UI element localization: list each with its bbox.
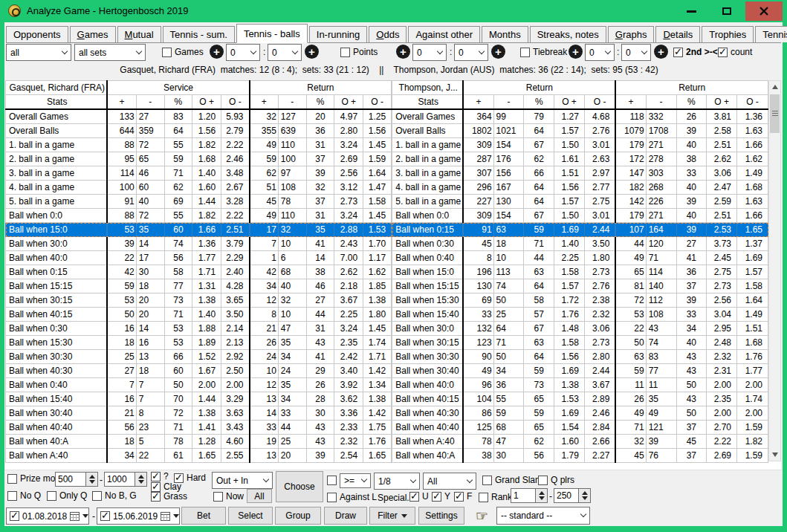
right-row-ball-when-40-a[interactable]: Ball when 40:A3830561.792.274576372.691.…: [392, 449, 768, 463]
tiebreak-score2-select[interactable]: 0: [621, 44, 651, 61]
only-q-checkbox[interactable]: Only Q: [47, 490, 87, 501]
left-row-overall-balls[interactable]: Overall Balls644359641.562.79355639362.8…: [6, 124, 392, 138]
left-row-ball-when-40-15[interactable]: Ball when 40:155020711.403.50810442.251.…: [6, 308, 392, 322]
right-row-5-ball-in-a-game[interactable]: 5. ball in a game227130641.572.751422263…: [392, 195, 768, 209]
spinner-arrows-icon[interactable]: [135, 472, 147, 487]
maximize-button[interactable]: [710, 1, 744, 21]
grand-slam-checkbox[interactable]: Grand Slam: [482, 475, 543, 485]
left-row-ball-when-30-0[interactable]: Ball when 30:03914741.363.79710412.431.7…: [6, 237, 392, 251]
tab-opponents[interactable]: Opponents: [6, 26, 68, 42]
tab-streaks-notes[interactable]: Streaks, notes: [530, 26, 606, 42]
rank-min-spinner[interactable]: 1: [511, 488, 548, 503]
date-from-field[interactable]: 01.08.2018: [6, 507, 89, 525]
left-row-ball-when-40-40[interactable]: Ball when 40:405623711.413.433344432.331…: [6, 421, 392, 435]
points-add-left-button[interactable]: [396, 45, 410, 59]
close-button[interactable]: [745, 1, 783, 21]
tiebreak-add-left-button[interactable]: [569, 45, 583, 59]
all-button[interactable]: All: [247, 489, 272, 503]
points-score1-select[interactable]: 0: [412, 44, 447, 61]
left-row-5-ball-in-a-game[interactable]: 5. ball in a game9140691.443.284578372.7…: [6, 195, 392, 209]
no-bg-checkbox[interactable]: No B, G: [92, 490, 137, 501]
rank-checkbox[interactable]: Rank.: [479, 492, 514, 502]
right-row-1-ball-in-a-game[interactable]: 1. ball in a game309154671.503.011792714…: [392, 138, 768, 152]
right-row-ball-when-40-30[interactable]: Ball when 40:308659591.692.464949502.002…: [392, 406, 768, 421]
left-row-ball-when-15-40[interactable]: Ball when 15:40167701.443.291334283.621.…: [6, 392, 392, 406]
left-row-ball-when-40-0[interactable]: Ball when 40:02217561.772.2916147.001.17: [6, 251, 392, 265]
games-add-left-button[interactable]: [210, 45, 224, 59]
right-row-ball-when-15-40[interactable]: Ball when 15:403325571.762.3253108333.04…: [392, 308, 768, 322]
round-select[interactable]: 1/8: [374, 473, 420, 490]
right-row-ball-when-40-15[interactable]: Ball when 40:1510455651.532.892635432.35…: [392, 392, 768, 406]
right-row-ball-when-0-40[interactable]: Ball when 0:40810442.251.804971412.451.6…: [392, 251, 768, 265]
scrollbar-thumb[interactable]: [770, 94, 780, 133]
round-all-select[interactable]: All: [423, 473, 476, 490]
compare-checkbox[interactable]: [327, 476, 337, 485]
group-button[interactable]: Group: [275, 507, 321, 525]
second-serve-checkbox[interactable]: 2nd >-<: [673, 47, 718, 57]
sets-select[interactable]: all sets: [74, 44, 146, 61]
right-row-ball-when-0-15[interactable]: Ball when 0:159163591.692.44107164392.53…: [392, 223, 768, 237]
left-row-ball-when-0-0[interactable]: Ball when 0:08872551.822.2249110313.241.…: [6, 209, 392, 223]
right-row-ball-when-40-0[interactable]: Ball when 40:09636731.383.671111502.002.…: [392, 378, 768, 392]
right-row-3-ball-in-a-game[interactable]: 3. ball in a game307156661.512.971473033…: [392, 166, 768, 181]
left-row-ball-when-30-15[interactable]: Ball when 30:155320731.383.651232273.671…: [6, 293, 392, 308]
special-f-checkbox[interactable]: F: [454, 491, 472, 502]
tiebreak-add-right-button[interactable]: [654, 45, 668, 59]
games-score2-select[interactable]: 0: [268, 44, 302, 61]
draw-button[interactable]: Draw: [324, 507, 367, 525]
left-row-4-ball-in-a-game[interactable]: 4. ball in a game10060621.602.6751108323…: [6, 181, 392, 195]
games-checkbox[interactable]: Games: [162, 47, 204, 57]
points-add-right-button[interactable]: [491, 45, 505, 59]
right-row-4-ball-in-a-game[interactable]: 4. ball in a game296167641.562.771822684…: [392, 181, 768, 195]
spinner-arrows-icon[interactable]: [579, 488, 591, 503]
grass-checkbox[interactable]: Grass: [151, 491, 187, 502]
tab-tennis-det[interactable]: Tennis - det.: [755, 26, 787, 42]
left-row-1-ball-in-a-game[interactable]: 1. ball in a game8872551.822.2249110313.…: [6, 138, 392, 152]
left-row-3-ball-in-a-game[interactable]: 3. ball in a game11446711.403.486297392.…: [6, 166, 392, 181]
tab-mutual[interactable]: Mutual: [117, 26, 161, 42]
prize-max-spinner[interactable]: 1000: [104, 472, 147, 487]
games-score1-select[interactable]: 0: [226, 44, 260, 61]
right-row-ball-when-15-15[interactable]: Ball when 15:1513074641.572.7681140372.7…: [392, 279, 768, 293]
settings-button[interactable]: Settings: [418, 507, 464, 525]
tab-tennis-sum[interactable]: Tennis - sum.: [163, 26, 235, 42]
left-row-ball-when-0-15[interactable]: Ball when 0:154230581.712.404268382.621.…: [6, 265, 392, 279]
tab-trophies[interactable]: Trophies: [702, 26, 754, 42]
left-row-ball-when-15-0[interactable]: Ball when 15:05335601.662.511732352.881.…: [6, 223, 392, 237]
vertical-scrollbar[interactable]: [768, 80, 781, 461]
indoor-outdoor-select[interactable]: Out + In: [212, 472, 273, 489]
against-l-checkbox[interactable]: Against L: [327, 492, 377, 502]
scroll-down-button[interactable]: [769, 449, 780, 461]
tab-tennis-balls[interactable]: Tennis - balls: [236, 24, 308, 43]
left-row-ball-when-40-30[interactable]: Ball when 40:302718601.672.501024293.401…: [6, 364, 392, 378]
minimize-button[interactable]: [674, 1, 708, 21]
right-row-ball-when-30-15[interactable]: Ball when 30:1512371631.582.735074402.48…: [392, 336, 768, 350]
filter-button[interactable]: Filter: [369, 507, 415, 525]
right-row-ball-when-0-0[interactable]: Ball when 0:0309154671.503.01179271402.5…: [392, 209, 768, 223]
special-u-checkbox[interactable]: U: [409, 491, 429, 502]
tournament-select[interactable]: all: [6, 44, 71, 61]
left-row-ball-when-0-40[interactable]: Ball when 0:4077502.002.001235263.921.34: [6, 378, 392, 392]
right-row-ball-when-0-30[interactable]: Ball when 0:304518711.403.5044120273.731…: [392, 237, 768, 251]
right-row-ball-when-40-40[interactable]: Ball when 40:4012568651.542.8471121372.7…: [392, 421, 768, 435]
select-button[interactable]: Select: [228, 507, 273, 525]
left-row-ball-when-30-30[interactable]: Ball when 30:302513661.522.922434412.421…: [6, 350, 392, 364]
left-row-ball-when-15-30[interactable]: Ball when 15:301816531.892.132635432.351…: [6, 336, 392, 350]
right-row-ball-when-a-40[interactable]: Ball when A:407847621.602.663239452.221.…: [392, 435, 768, 449]
spinner-arrows-icon[interactable]: [86, 472, 98, 487]
count-checkbox[interactable]: count: [718, 47, 752, 57]
right-row-ball-when-15-0[interactable]: Ball when 15:0196113631.582.7365114362.7…: [392, 265, 768, 279]
tiebreak-score1-select[interactable]: 0: [585, 44, 615, 61]
tab-details[interactable]: Details: [655, 26, 700, 42]
scroll-up-button[interactable]: [769, 81, 780, 93]
preset-select[interactable]: -- standard --: [496, 507, 590, 525]
right-row-overall-balls[interactable]: Overall Balls18021021641.572.76107917083…: [392, 124, 768, 138]
q-plrs-checkbox[interactable]: Q plrs: [538, 475, 574, 485]
right-row-2-ball-in-a-game[interactable]: 2. ball in a game287176621.612.631722783…: [392, 152, 768, 166]
bet-button[interactable]: Bet: [181, 507, 226, 525]
left-row-2-ball-in-a-game[interactable]: 2. ball in a game9565591.682.4659100372.…: [6, 152, 392, 166]
tab-in-running[interactable]: In-running: [309, 26, 368, 42]
left-row-ball-when-a-40[interactable]: Ball when A:403422611.652.551320392.541.…: [6, 449, 392, 463]
points-checkbox[interactable]: Points: [340, 47, 378, 57]
date-to-field[interactable]: 15.06.2019: [97, 507, 180, 525]
